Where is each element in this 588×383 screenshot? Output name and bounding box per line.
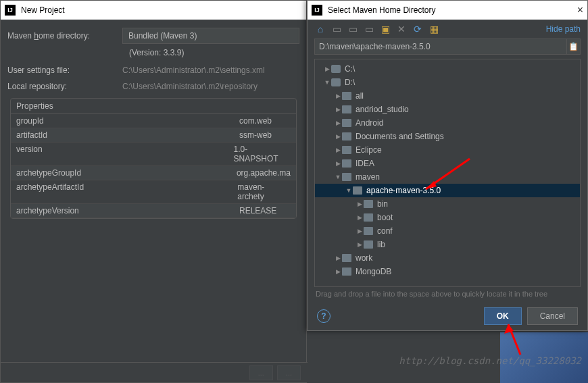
maven-home-dropdown[interactable]: Bundled (Maven 3) <box>122 28 299 44</box>
cancel-button[interactable]: Cancel <box>527 307 578 325</box>
property-row[interactable]: version1.0-SNAPSHOT <box>11 143 296 166</box>
tree-node[interactable]: ▶MongoDB <box>315 265 580 278</box>
module-icon[interactable]: ▭ <box>363 24 375 34</box>
property-row[interactable]: groupIdcom.web <box>11 114 296 128</box>
expand-arrow-icon[interactable]: ▶ <box>356 201 364 207</box>
tree-node-label: conf <box>377 226 393 236</box>
tree-node-label: all <box>356 91 364 101</box>
user-settings-label: User settings file: <box>7 66 122 75</box>
tree-node-label: andriod_studio <box>356 105 409 114</box>
expand-arrow-icon[interactable]: ▼ <box>334 174 342 180</box>
folder-icon <box>342 159 351 168</box>
folder-icon <box>342 254 351 262</box>
delete-icon[interactable]: ✕ <box>395 24 408 34</box>
tree-node-label: maven <box>356 172 380 182</box>
folder-icon <box>342 267 351 276</box>
folder-icon <box>342 132 351 141</box>
tree-node[interactable]: ▶all <box>315 89 580 103</box>
home-icon[interactable]: ⌂ <box>314 24 326 34</box>
property-value: ssm-web <box>239 130 272 140</box>
folder-icon <box>342 146 351 154</box>
new-project-title-bar: IJ New Project <box>1 1 306 20</box>
tree-node[interactable]: ▶Android <box>315 116 580 130</box>
select-maven-home-dialog: IJ Select Maven Home Directory × ⌂ ▭ ▭ ▭… <box>307 0 588 331</box>
expand-arrow-icon[interactable]: ▶ <box>334 160 342 167</box>
folder-icon <box>331 65 341 73</box>
tree-node-label: C:\ <box>345 64 355 74</box>
expand-arrow-icon[interactable]: ▼ <box>345 187 353 194</box>
expand-arrow-icon[interactable]: ▶ <box>323 66 331 72</box>
property-value: RELEASE <box>239 206 276 215</box>
expand-arrow-icon[interactable]: ▼ <box>323 79 331 86</box>
property-value: 1.0-SNAPSHOT <box>234 145 291 163</box>
path-input[interactable] <box>314 39 567 55</box>
folder-icon <box>342 173 351 181</box>
tree-node[interactable]: ▶Documents and Settings <box>315 130 580 143</box>
expand-arrow-icon[interactable]: ▶ <box>334 120 342 126</box>
tree-node[interactable]: ▶IDEA <box>315 157 580 170</box>
new-project-title: New Project <box>21 5 65 15</box>
dialog-toolbar: ⌂ ▭ ▭ ▭ ▣ ✕ ⟳ ▦ Hide path <box>308 20 587 39</box>
expand-arrow-icon[interactable]: ▶ <box>334 93 342 99</box>
expand-arrow-icon[interactable]: ▶ <box>356 214 364 221</box>
refresh-icon[interactable]: ⟳ <box>412 24 424 34</box>
property-key: archetypeArtifactId <box>16 182 237 201</box>
property-key: groupId <box>16 116 239 126</box>
folder-icon <box>364 213 373 222</box>
property-row[interactable]: archetypeVersionRELEASE <box>11 204 296 218</box>
help-icon[interactable]: ? <box>317 309 330 323</box>
tree-node[interactable]: ▶lib <box>315 238 580 251</box>
expand-arrow-icon[interactable]: ▶ <box>356 228 364 234</box>
tree-node[interactable]: ▶C:\ <box>315 62 580 76</box>
property-key: archetypeGroupId <box>16 168 237 178</box>
directory-tree[interactable]: ▶C:\▼D:\▶all▶andriod_studio▶Android▶Docu… <box>314 59 581 287</box>
watermark-text: http://blog.csdn.net/qq_33228032 <box>399 355 581 366</box>
folder-icon <box>364 240 373 249</box>
property-value: org.apache.ma <box>237 168 291 178</box>
tree-node-label: apache-maven-3.5.0 <box>366 186 441 195</box>
tree-node[interactable]: ▶Eclipce <box>315 143 580 157</box>
expand-arrow-icon[interactable]: ▶ <box>334 268 342 275</box>
folder-icon <box>342 92 351 100</box>
folder-icon <box>331 78 341 86</box>
tree-node-label: work <box>356 253 372 263</box>
tree-node[interactable]: ▼maven <box>315 170 580 184</box>
expand-arrow-icon[interactable]: ▶ <box>334 106 342 113</box>
history-icon[interactable]: 📋 <box>567 39 581 55</box>
folder-icon <box>353 186 362 195</box>
ok-button[interactable]: OK <box>484 307 522 325</box>
previous-button[interactable]: ... <box>249 365 273 380</box>
tree-node[interactable]: ▼D:\ <box>315 76 580 89</box>
tree-node-label: Eclipce <box>356 145 382 155</box>
property-row[interactable]: artifactIdssm-web <box>11 128 296 143</box>
desktop-icon[interactable]: ▭ <box>330 24 343 34</box>
intellij-icon: IJ <box>312 5 322 16</box>
tree-node-label: D:\ <box>345 78 355 87</box>
tree-node[interactable]: ▶boot <box>315 211 580 224</box>
property-row[interactable]: archetypeArtifactIdmaven-archety <box>11 180 296 204</box>
tree-node[interactable]: ▶andriod_studio <box>315 103 580 116</box>
new-folder-icon[interactable]: ▣ <box>379 24 391 34</box>
folder-icon <box>342 105 351 113</box>
tree-node[interactable]: ▼apache-maven-3.5.0 <box>315 184 580 197</box>
property-row[interactable]: archetypeGroupIdorg.apache.ma <box>11 166 296 180</box>
property-key: archetypeVersion <box>16 206 239 215</box>
expand-arrow-icon[interactable]: ▶ <box>334 133 342 140</box>
local-repo-label: Local repository: <box>7 82 122 91</box>
tree-node[interactable]: ▶work <box>315 251 580 265</box>
hide-path-link[interactable]: Hide path <box>546 24 581 34</box>
close-icon[interactable]: × <box>577 4 583 16</box>
expand-arrow-icon[interactable]: ▶ <box>334 255 342 261</box>
tree-node[interactable]: ▶conf <box>315 224 580 238</box>
tree-hint: Drag and drop a file into the space abov… <box>308 287 587 301</box>
expand-arrow-icon[interactable]: ▶ <box>334 147 342 153</box>
local-repo-row: Local repository: C:\Users\Administrator… <box>7 82 299 91</box>
project-icon[interactable]: ▭ <box>347 24 359 34</box>
next-button[interactable]: ... <box>277 365 301 380</box>
properties-box: Properties groupIdcom.webartifactIdssm-w… <box>10 98 297 219</box>
property-value: com.web <box>239 116 272 126</box>
show-hidden-icon[interactable]: ▦ <box>428 24 440 34</box>
tree-node[interactable]: ▶bin <box>315 197 580 211</box>
expand-arrow-icon[interactable]: ▶ <box>356 241 364 248</box>
property-key: version <box>16 145 234 163</box>
